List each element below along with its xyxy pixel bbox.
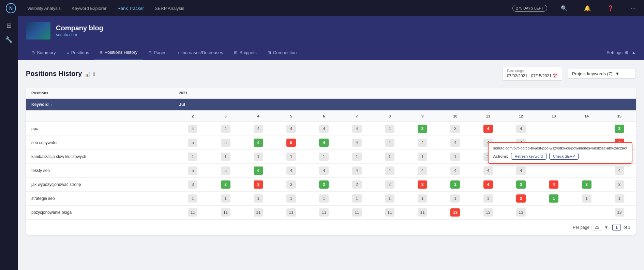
position-cell[interactable]: 1 xyxy=(537,192,570,206)
apps-icon[interactable]: ⋯ xyxy=(628,4,639,13)
nav-rank-tracker[interactable]: Rank Tracker xyxy=(118,6,144,11)
position-cell[interactable]: 1 xyxy=(341,192,373,206)
position-cell[interactable]: 5 xyxy=(176,164,209,178)
position-cell[interactable]: 1 xyxy=(176,150,209,164)
position-cell[interactable] xyxy=(570,164,603,178)
position-cell[interactable]: 1 xyxy=(570,192,603,206)
position-cell[interactable]: 1 xyxy=(341,150,373,164)
keyword-cell[interactable]: strategie seo xyxy=(26,192,176,206)
position-cell[interactable]: 1 xyxy=(439,150,471,164)
position-cell[interactable]: 1 xyxy=(176,192,209,206)
position-cell[interactable]: 4 xyxy=(308,164,340,178)
position-cell[interactable]: 11 xyxy=(308,206,340,220)
nav-visibility-analysis[interactable]: Visibility Analysis xyxy=(27,6,61,11)
position-cell[interactable]: 3 xyxy=(275,178,308,192)
position-cell[interactable]: 1 xyxy=(275,150,308,164)
position-cell[interactable]: 11 xyxy=(406,206,439,220)
position-cell[interactable]: 4 xyxy=(439,136,471,150)
position-cell[interactable]: 2 xyxy=(373,178,406,192)
position-cell[interactable]: 4 xyxy=(439,164,471,178)
position-cell[interactable]: 5 xyxy=(209,164,242,178)
position-cell[interactable]: 2 xyxy=(308,178,340,192)
nav-serp-analysis[interactable]: SERP Analysis xyxy=(155,6,184,11)
position-cell[interactable] xyxy=(570,122,603,136)
position-cell[interactable]: 11 xyxy=(242,206,275,220)
keyword-cell[interactable]: jak wypozycjonować stronę xyxy=(26,178,176,192)
position-cell[interactable]: 11 xyxy=(176,206,209,220)
position-cell[interactable]: 4 xyxy=(472,178,505,192)
keyword-cell[interactable]: ppc xyxy=(26,122,176,136)
position-cell[interactable]: 5 xyxy=(176,136,209,150)
position-cell[interactable]: 3 xyxy=(603,178,636,192)
project-url[interactable]: senuto.com xyxy=(56,32,77,37)
per-page-value[interactable]: 25 xyxy=(591,224,602,231)
position-cell[interactable]: 2 xyxy=(341,178,373,192)
info-icon[interactable]: ℹ xyxy=(93,71,95,77)
position-cell[interactable]: 1 xyxy=(373,150,406,164)
position-cell[interactable]: 1 xyxy=(275,192,308,206)
current-page[interactable]: 1 xyxy=(612,224,621,231)
position-cell[interactable]: 4 xyxy=(373,136,406,150)
position-cell[interactable]: 11 xyxy=(275,206,308,220)
keyword-cell[interactable]: seo copywriter xyxy=(26,136,176,150)
position-cell[interactable]: 4 xyxy=(242,136,275,150)
position-cell[interactable]: 3 xyxy=(439,122,471,136)
position-cell[interactable]: 1 xyxy=(603,192,636,206)
nav-keyword-explorer[interactable]: Keyword Explorer xyxy=(72,6,107,11)
position-cell[interactable]: 2 xyxy=(209,178,242,192)
position-cell[interactable]: 13 xyxy=(439,206,471,220)
position-cell[interactable]: 13 xyxy=(472,206,505,220)
keyword-filter-dropdown[interactable]: Project keywords (7) ▼ xyxy=(568,69,636,79)
position-cell[interactable]: 1 xyxy=(406,192,439,206)
position-cell[interactable]: 3 xyxy=(603,122,636,136)
position-cell[interactable]: 5 xyxy=(275,136,308,150)
position-cell[interactable]: 4 xyxy=(176,122,209,136)
position-cell[interactable] xyxy=(537,206,570,220)
position-cell[interactable]: 4 xyxy=(472,122,505,136)
position-cell[interactable]: 4 xyxy=(242,122,275,136)
subnav-summary[interactable]: ⊞ Summary xyxy=(26,45,61,60)
position-cell[interactable]: 4 xyxy=(209,122,242,136)
subnav-positions-history[interactable]: ≡ Positions History xyxy=(94,45,143,60)
logo[interactable]: N xyxy=(5,3,16,14)
subnav-competition[interactable]: ⊞ Competition xyxy=(262,45,302,60)
position-cell[interactable]: 4 xyxy=(308,136,340,150)
position-cell[interactable]: 3 xyxy=(176,178,209,192)
refresh-keyword-button[interactable]: Refresh keyword xyxy=(511,153,547,160)
position-cell[interactable]: 4 xyxy=(341,136,373,150)
position-cell[interactable]: 4 xyxy=(373,122,406,136)
position-cell[interactable]: 3 xyxy=(570,178,603,192)
position-cell[interactable]: 1 xyxy=(439,192,471,206)
position-cell[interactable]: 3 xyxy=(406,178,439,192)
position-cell[interactable]: 1 xyxy=(472,192,505,206)
position-cell[interactable]: 4 xyxy=(373,164,406,178)
position-cell[interactable]: 1 xyxy=(406,150,439,164)
position-cell[interactable]: 13 xyxy=(603,206,636,220)
settings-button[interactable]: Settings ⚙ xyxy=(606,50,629,55)
position-cell[interactable]: 1 xyxy=(373,192,406,206)
subnav-snippets[interactable]: ⊞ Snippets xyxy=(228,45,262,60)
position-cell[interactable]: 13 xyxy=(505,206,537,220)
position-cell[interactable]: 4 xyxy=(406,164,439,178)
position-cell[interactable]: 4 xyxy=(275,122,308,136)
help-icon[interactable]: ❓ xyxy=(604,4,617,13)
subnav-increases-decreases[interactable]: ↑ Increases/Decreases xyxy=(172,45,228,60)
position-cell[interactable]: 5 xyxy=(209,136,242,150)
keyword-cell[interactable]: kanibalizacja słów kluczowych xyxy=(26,150,176,164)
search-icon[interactable]: 🔍 xyxy=(558,4,570,13)
position-cell[interactable]: 1 xyxy=(308,150,340,164)
position-cell[interactable] xyxy=(537,164,570,178)
position-cell[interactable]: 11 xyxy=(341,206,373,220)
sidebar-tool-icon[interactable]: 🔧 xyxy=(5,36,13,44)
position-cell[interactable]: 1 xyxy=(242,150,275,164)
sidebar-grid-icon[interactable]: ⊞ xyxy=(6,22,12,29)
subnav-pages[interactable]: ⊟ Pages xyxy=(143,45,172,60)
check-serp-button[interactable]: Check SERP xyxy=(549,153,579,160)
position-cell[interactable] xyxy=(570,206,603,220)
subnav-positions[interactable]: ≡ Positions xyxy=(61,45,95,60)
position-cell[interactable]: 4 xyxy=(505,122,537,136)
position-cell[interactable]: 4 xyxy=(472,164,505,178)
position-cell[interactable]: 2 xyxy=(439,178,471,192)
position-cell[interactable]: 4 xyxy=(603,164,636,178)
keyword-column-header[interactable]: Keyword ↕ xyxy=(26,99,176,111)
